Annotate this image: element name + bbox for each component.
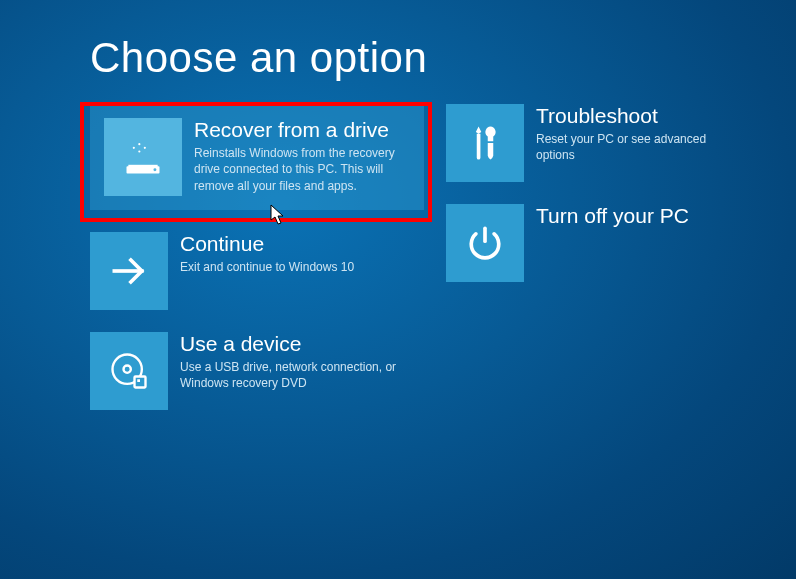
tools-icon <box>446 104 524 182</box>
recovery-drive-icon <box>104 118 182 196</box>
svg-rect-9 <box>137 379 140 382</box>
tile-text: Continue Exit and continue to Windows 10 <box>168 232 424 275</box>
svg-point-7 <box>124 366 131 373</box>
power-icon <box>446 204 524 282</box>
svg-point-0 <box>133 147 135 149</box>
column-left: Recover from a drive Reinstalls Windows … <box>90 104 424 410</box>
recovery-screen: Choose an option Recover from a <box>0 0 796 410</box>
tile-troubleshoot[interactable]: Troubleshoot Reset your PC or see advanc… <box>446 104 746 182</box>
tile-text: Recover from a drive Reinstalls Windows … <box>182 118 416 194</box>
tile-continue[interactable]: Continue Exit and continue to Windows 10 <box>90 232 424 310</box>
svg-point-2 <box>138 150 140 152</box>
tile-desc: Reset your PC or see advanced options <box>536 131 738 163</box>
disc-device-icon <box>90 332 168 410</box>
tile-text: Turn off your PC <box>524 204 746 231</box>
tile-desc: Reinstalls Windows from the recovery dri… <box>194 145 408 194</box>
column-right: Troubleshoot Reset your PC or see advanc… <box>446 104 746 410</box>
tile-desc: Use a USB drive, network connection, or … <box>180 359 410 391</box>
svg-point-3 <box>144 147 146 149</box>
tile-title: Troubleshoot <box>536 104 738 128</box>
arrow-right-icon <box>90 232 168 310</box>
svg-point-5 <box>153 168 156 171</box>
tile-desc: Exit and continue to Windows 10 <box>180 259 410 275</box>
tile-use-device[interactable]: Use a device Use a USB drive, network co… <box>90 332 424 410</box>
options-grid: Recover from a drive Reinstalls Windows … <box>90 104 796 410</box>
tile-title: Use a device <box>180 332 416 356</box>
svg-point-1 <box>138 143 140 145</box>
tile-text: Troubleshoot Reset your PC or see advanc… <box>524 104 746 164</box>
tile-title: Recover from a drive <box>194 118 408 142</box>
tile-title: Continue <box>180 232 416 256</box>
tile-recover-from-drive[interactable]: Recover from a drive Reinstalls Windows … <box>90 104 424 210</box>
page-title: Choose an option <box>90 34 796 82</box>
tile-title: Turn off your PC <box>536 204 738 228</box>
tile-text: Use a device Use a USB drive, network co… <box>168 332 424 392</box>
tile-turn-off[interactable]: Turn off your PC <box>446 204 746 282</box>
